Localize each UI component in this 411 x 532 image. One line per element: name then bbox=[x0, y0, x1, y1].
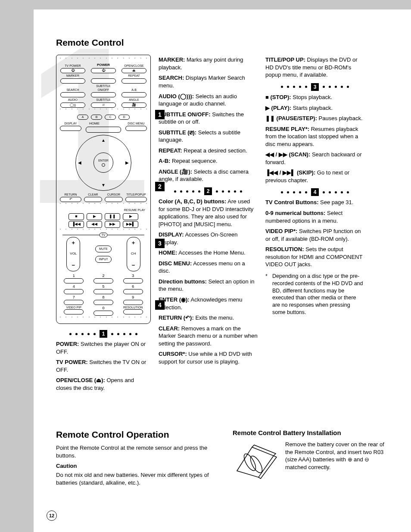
item-home: HOME: Accesses the Home Menu. bbox=[159, 249, 258, 257]
battery-diagram bbox=[233, 441, 280, 482]
divider-4: 4 bbox=[265, 188, 364, 196]
item-subtitle-onoff: SUBTITLE ON/OFF: Switches the subtitle o… bbox=[159, 111, 258, 126]
item-clear: CLEAR: Removes a mark on the Marker Sear… bbox=[159, 325, 258, 348]
item-cursor: CURSOR*: Use while a HD DVD with support… bbox=[159, 350, 258, 365]
item-return: RETURN (↶): Exits the menu. bbox=[159, 314, 258, 322]
item-open-close: OPEN/CLOSE (⏏): Opens and closes the dis… bbox=[56, 376, 151, 392]
caution-text: Do not mix old and new batteries. Never … bbox=[56, 471, 220, 486]
section-title-remote-control: Remote Control bbox=[56, 37, 392, 49]
item-disc-menu: DISC MENU: Accesses menu on a disc. bbox=[159, 260, 258, 275]
svg-point-0 bbox=[242, 452, 258, 473]
section-title-operation: Remote Control Operation bbox=[56, 429, 220, 441]
item-marker: MARKER: Marks any point during playback. bbox=[159, 56, 258, 71]
divider-1: 1 bbox=[56, 330, 151, 338]
footnote: * Depending on a disc type or the pre-re… bbox=[265, 273, 364, 316]
item-subtitle: SUBTITLE (⎚): Selects a subtitle languag… bbox=[159, 129, 258, 144]
item-pause: ❚❚ (PAUSE/STEP): Pauses playback. bbox=[265, 115, 364, 122]
item-title-popup: TITLE/POP UP: Displays the DVD or HD DVD… bbox=[265, 56, 364, 79]
operation-text: Point the Remote Control at the remote s… bbox=[56, 444, 220, 459]
item-resolution: RESOLUTION: Sets the output resolution f… bbox=[265, 246, 364, 268]
zone-marker-4: 4 bbox=[155, 300, 165, 310]
item-tv-control: TV Control Buttons: See page 31. bbox=[265, 199, 364, 206]
svg-point-1 bbox=[248, 454, 265, 475]
item-power: POWER: Switches the player ON or OFF. bbox=[56, 340, 151, 355]
zone-marker-3: 3 bbox=[155, 239, 165, 248]
item-numeric: 0-9 numerical buttons: Select numbered o… bbox=[265, 209, 364, 224]
battery-text: Remove the battery cover on the rear of … bbox=[285, 441, 392, 482]
item-scan: ◀◀ / ▶▶ (SCAN): Search backward or forwa… bbox=[265, 151, 364, 166]
item-audio: AUDIO (◯))): Selects an audio language o… bbox=[159, 93, 258, 108]
zone-marker-1: 1 bbox=[155, 110, 165, 119]
remote-diagram: TV POWER⏻ POWER⏻ OPEN/CLOSE⏏ MARKER REPE… bbox=[56, 55, 151, 324]
item-ab: A-B: Repeat sequence. bbox=[159, 157, 258, 165]
item-direction: Direction buttons: Select an option in t… bbox=[159, 278, 258, 293]
item-stop: ■ (STOP): Stops playback. bbox=[265, 93, 364, 101]
item-resume: RESUME PLAY*: Resumes playback from the … bbox=[265, 125, 364, 148]
item-skip: ▐◀◀ / ▶▶▌ (SKIP): Go to next or previous… bbox=[265, 169, 364, 184]
page-number: 12 bbox=[47, 510, 57, 521]
divider-2: 2 bbox=[159, 187, 258, 195]
zone-marker-2: 2 bbox=[155, 182, 165, 191]
item-play: ▶ (PLAY): Starts playback. bbox=[265, 104, 364, 112]
item-tv-power: TV POWER: Switches the TV ON or OFF. bbox=[56, 358, 151, 373]
item-video-pip: VIDEO PIP*: Switches PIP function on or … bbox=[265, 227, 364, 243]
battery-title: Remote Control Battery Installation bbox=[233, 429, 392, 437]
item-display: DISPLAY: Accesses On-Screen Display. bbox=[159, 231, 258, 246]
divider-3: 3 bbox=[265, 83, 364, 91]
item-angle: ANGLE (🎥): Selects a disc camera angle, … bbox=[159, 168, 258, 183]
caution-heading: Caution bbox=[56, 462, 220, 470]
item-enter: ENTER (◉): Acknowledges menu selection. bbox=[159, 296, 258, 311]
item-repeat: REPEAT: Repeat a desired section. bbox=[159, 147, 258, 155]
item-color-buttons: Color (A, B,C, D) buttons: Are used for … bbox=[159, 198, 258, 228]
item-search: SEARCH: Displays Marker Search menu. bbox=[159, 74, 258, 89]
